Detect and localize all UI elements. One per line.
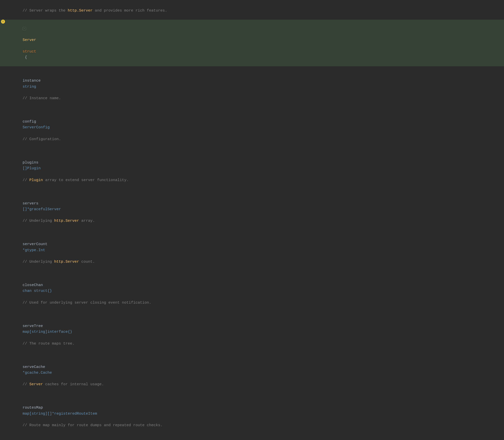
code-line-1: // Server wraps the http.Server and prov… bbox=[0, 2, 504, 20]
code-line-9: serveTree map[string]interface{} // The … bbox=[0, 311, 504, 352]
code-line-4: config ServerConfig // Configuration. bbox=[0, 107, 504, 148]
line-content-3: instance string // Instance name. bbox=[7, 66, 504, 107]
keyword-struct: struct bbox=[23, 49, 36, 54]
comment-closechan: // Used for underlying server closing ev… bbox=[23, 301, 151, 305]
field-instance: instance bbox=[23, 79, 63, 83]
code-editor: // Server wraps the http.Server and prov… bbox=[0, 0, 504, 440]
comment-servecache: // Server caches for internal usage. bbox=[23, 382, 104, 387]
comment-text: // Server wraps the http.Server and prov… bbox=[23, 9, 167, 13]
struct-name-server: Server bbox=[23, 38, 36, 42]
code-line-7: serverCount *gtype.Int // Underlying htt… bbox=[0, 230, 504, 271]
field-servercount: serverCount bbox=[23, 242, 63, 246]
line-content-5: plugins []Plugin // Plugin array to exte… bbox=[7, 148, 504, 189]
code-line-10: serveCache *gcache.Cache // Server cache… bbox=[0, 352, 504, 393]
type-string: string bbox=[23, 85, 36, 89]
line-content-8: closeChan chan struct{} // Used for unde… bbox=[7, 271, 504, 312]
line-content-1: // Server wraps the http.Server and prov… bbox=[7, 2, 504, 20]
type-servetree: map[string]interface{} bbox=[23, 330, 72, 334]
line-content-9: serveTree map[string]interface{} // The … bbox=[7, 311, 504, 352]
type-serverconfig: ServerConfig bbox=[23, 125, 50, 130]
comment-servers: // Underlying http.Server array. bbox=[23, 219, 95, 223]
comment-servetree: // The route maps tree. bbox=[23, 342, 75, 346]
comment-plugins: // Plugin array to extend server functio… bbox=[23, 178, 129, 182]
code-line-5: plugins []Plugin // Plugin array to exte… bbox=[0, 148, 504, 189]
comment-routesmap: // Route map mainly for route dumps and … bbox=[23, 423, 163, 427]
line-content-4: config ServerConfig // Configuration. bbox=[7, 107, 504, 148]
line-content-7: serverCount *gtype.Int // Underlying htt… bbox=[7, 230, 504, 271]
comment-servercount: // Underlying http.Server count. bbox=[23, 260, 95, 264]
field-config: config bbox=[23, 120, 63, 124]
code-line-8: closeChan chan struct{} // Used for unde… bbox=[0, 271, 504, 312]
warning-icon: ! bbox=[1, 20, 5, 24]
line-content-12: statusHandlerMap map[string][]HandlerFun… bbox=[7, 434, 504, 440]
comment-instance: // Instance name. bbox=[23, 96, 61, 100]
line-content-11: routesMap map[string][]*registeredRouteI… bbox=[7, 393, 504, 434]
fold-button-2[interactable]: - bbox=[23, 27, 26, 30]
line-content-6: servers []*gracefulServer // Underlying … bbox=[7, 189, 504, 230]
brace-open: { bbox=[23, 55, 27, 60]
field-plugins: plugins bbox=[23, 160, 63, 165]
code-line-12: statusHandlerMap map[string][]HandlerFun… bbox=[0, 434, 504, 440]
field-servers: servers bbox=[23, 201, 63, 206]
type-plugins: []Plugin bbox=[23, 166, 41, 171]
type-servecache: *gcache.Cache bbox=[23, 371, 52, 375]
code-line-6: servers []*gracefulServer // Underlying … bbox=[0, 189, 504, 230]
field-routesmap: routesMap bbox=[23, 406, 63, 410]
type-closechan: chan struct{} bbox=[23, 289, 52, 293]
comment-config: // Configuration. bbox=[23, 137, 61, 141]
line-content-2: - Server struct { bbox=[7, 20, 504, 66]
type-routesmap: map[string][]*registeredRouteItem bbox=[23, 412, 97, 416]
type-servers: []*gracefulServer bbox=[23, 207, 61, 211]
field-servecache: serveCache bbox=[23, 365, 63, 369]
line-content-10: serveCache *gcache.Cache // Server cache… bbox=[7, 352, 504, 393]
field-servetree: serveTree bbox=[23, 324, 63, 328]
code-line-11: routesMap map[string][]*registeredRouteI… bbox=[0, 393, 504, 434]
code-line-2: ! - Server struct { bbox=[0, 20, 504, 66]
type-servercount: *gtype.Int bbox=[23, 248, 45, 252]
gutter-2: ! bbox=[0, 20, 7, 24]
field-closechan: closeChan bbox=[23, 283, 63, 287]
code-line-3: instance string // Instance name. bbox=[0, 66, 504, 107]
